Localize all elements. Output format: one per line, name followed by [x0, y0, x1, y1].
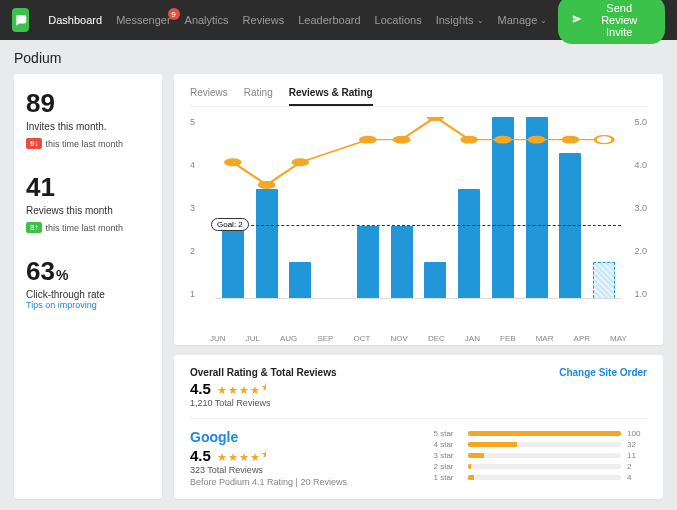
y-axis-right: 5.04.03.02.01.0 [625, 117, 647, 317]
chart-plot: Goal: 2 [216, 117, 621, 299]
top-nav: DashboardMessenger9AnalyticsReviewsLeade… [0, 0, 677, 40]
bar-DEC[interactable] [424, 262, 446, 298]
chevron-down-icon: ⌄ [540, 16, 547, 25]
stat-invites: 89 Invites this month. 9↓ this time last… [26, 88, 150, 150]
send-review-invite-button[interactable]: Send Review Invite [558, 0, 665, 44]
podium-logo [12, 8, 29, 32]
provider-google[interactable]: Google [190, 429, 404, 445]
nav-leaderboard[interactable]: Leaderboard [291, 14, 367, 26]
rating-distribution: 5 star1004 star323 star112 star21 star4 [434, 429, 648, 487]
star-rating-icon: ★★★★★ [217, 381, 267, 397]
bar-MAR[interactable] [526, 117, 548, 298]
bar-AUG[interactable] [289, 262, 311, 298]
dist-row: 2 star2 [434, 462, 648, 471]
nav-reviews[interactable]: Reviews [236, 14, 292, 26]
stat-ctr: 63% Click-through rate Tips on improving [26, 256, 150, 310]
stat-reviews: 41 Reviews this month 3↑ this time last … [26, 172, 150, 234]
nav-dashboard[interactable]: Dashboard [41, 14, 109, 26]
dist-row: 3 star11 [434, 451, 648, 460]
paper-plane-icon [572, 14, 582, 26]
chevron-down-icon: ⌄ [477, 16, 484, 25]
tab-rating[interactable]: Rating [244, 84, 273, 106]
trend-up-badge: 3↑ [26, 222, 42, 233]
bar-NOV[interactable] [391, 226, 413, 298]
bar-FEB[interactable] [492, 117, 514, 298]
dist-row: 1 star4 [434, 473, 648, 482]
stats-sidebar: 89 Invites this month. 9↓ this time last… [14, 74, 162, 499]
trend-down-badge: 9↓ [26, 138, 42, 149]
bar-MAY[interactable] [593, 262, 615, 298]
chart-card: ReviewsRatingReviews & Rating 54321 Goal… [174, 74, 663, 345]
nav-manage[interactable]: Manage⌄ [491, 14, 555, 26]
bar-OCT[interactable] [357, 226, 379, 298]
tab-reviews[interactable]: Reviews [190, 84, 228, 106]
bar-JUL[interactable] [256, 189, 278, 298]
dist-row: 5 star100 [434, 429, 648, 438]
nav-insights[interactable]: Insights⌄ [429, 14, 491, 26]
tab-reviews-rating[interactable]: Reviews & Rating [289, 84, 373, 106]
page-title: Podium [0, 40, 677, 74]
nav-analytics[interactable]: Analytics [178, 14, 236, 26]
change-site-order-link[interactable]: Change Site Order [559, 367, 647, 378]
bar-JUN[interactable] [222, 226, 244, 298]
chart-tabs: ReviewsRatingReviews & Rating [190, 84, 647, 107]
reviews-summary-card: Overall Rating & Total Reviews 4.5 ★★★★★… [174, 355, 663, 499]
dist-row: 4 star32 [434, 440, 648, 449]
goal-label: Goal: 2 [211, 218, 249, 231]
bar-JAN[interactable] [458, 189, 480, 298]
star-rating-icon: ★★★★★ [217, 448, 267, 464]
nav-messenger[interactable]: Messenger9 [109, 14, 177, 26]
x-axis: JUNJULAUGSEPOCTNOVDECJANFEBMARAPRMAY [200, 331, 637, 345]
tips-link[interactable]: Tips on improving [26, 300, 150, 310]
nav-locations[interactable]: Locations [368, 14, 429, 26]
y-axis-left: 54321 [190, 117, 212, 317]
cta-label: Send Review Invite [587, 2, 651, 38]
